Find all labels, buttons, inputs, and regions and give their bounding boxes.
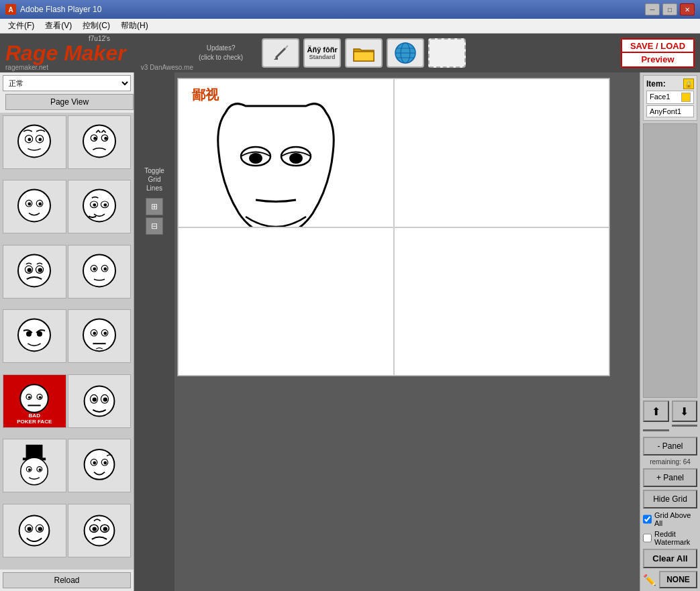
pencil-icon [270,43,291,63]
face-cell-6[interactable] [68,245,132,299]
item-preview [643,123,697,398]
updates-sub: (click to check) [199,53,243,62]
comic-panel-4[interactable] [394,227,610,376]
preview-button[interactable]: Preview [621,53,695,68]
item-face-color [681,93,691,102]
face-cell-4[interactable] [68,180,132,233]
reddit-watermark-checkbox[interactable] [643,533,652,543]
app-icon: A [5,4,16,15]
right-panel: Item: 🔒 Face1 AnyFont1 ⬆ ⬇ - Panel remai… [640,72,700,591]
face-cell-5[interactable] [3,245,66,299]
plus-panel-button[interactable]: + Panel [643,468,697,487]
reddit-watermark-label: Reddit Watermark [654,530,697,546]
face-svg-tophat [13,442,56,489]
title-text: Adobe Flash Player 10 [20,5,645,14]
face-cell-2[interactable] [68,115,132,169]
move-bottom-icon [672,425,698,431]
clear-all-button[interactable]: Clear All [643,549,697,568]
svg-point-63 [28,468,31,471]
toggle-grid-button-1[interactable]: ⊞ [146,198,163,215]
svg-point-32 [38,268,42,272]
grid-above-all-checkbox[interactable] [643,515,652,524]
face-cell-14[interactable] [68,504,132,557]
svg-point-28 [18,254,50,286]
close-button[interactable]: ✕ [680,3,695,15]
face-svg-5 [13,248,56,295]
svg-point-27 [103,204,107,207]
face-svg-14 [78,507,121,554]
menu-file[interactable]: 文件(F) [3,19,40,33]
item-row-face[interactable]: Face1 [646,91,694,104]
face-cell-12[interactable] [68,439,132,492]
svg-point-13 [83,125,115,157]
bad-poker-label: BADPOKER FACE [3,413,66,425]
comic-panel-3[interactable] [178,227,394,376]
minus-panel-button[interactable]: - Panel [643,437,697,455]
sidebar-dropdown[interactable]: 正常 [3,75,131,91]
move-down-button[interactable]: ⬇ [672,400,698,422]
font-tool-button[interactable]: Äñÿ fôñr Standard [303,38,341,68]
page-view-button[interactable]: Page View [5,94,134,110]
hide-grid-button[interactable]: Hide Grid [643,490,697,508]
menu-help[interactable]: 帮助(H) [115,19,154,33]
save-load-area: SAVE / LOAD Preview [621,38,695,68]
svg-point-26 [93,204,96,207]
toggle-grid-button-2[interactable]: ⊟ [146,217,163,235]
svg-point-40 [37,331,42,337]
none-button[interactable]: NONE [659,571,697,588]
face-cell-7[interactable] [3,309,66,363]
maximize-button[interactable]: □ [662,3,677,15]
pencil-tool-button[interactable] [262,38,299,68]
face-cell-3[interactable] [3,180,66,233]
svg-point-45 [103,332,107,335]
item-row-font[interactable]: AnyFont1 [646,105,694,117]
svg-point-51 [39,396,42,398]
svg-point-47 [20,384,48,413]
titlebar: A Adobe Flash Player 10 ─ □ ✕ [0,0,700,19]
move-up-button[interactable]: ⬆ [643,400,669,422]
face-svg-6 [78,248,121,295]
item-face-label: Face1 [650,93,670,102]
folder-tool-button[interactable] [345,38,383,68]
svg-point-73 [28,527,32,531]
reload-button[interactable]: Reload [3,572,131,588]
logo-site: ragemaker.net [5,64,48,71]
face-cell-10[interactable] [68,374,132,428]
svg-point-36 [93,267,96,270]
comic-panel-2[interactable] [394,78,610,227]
canvas-area: 鄙视 [174,72,640,591]
face-cell-8[interactable] [68,309,132,363]
face-cell-1[interactable] [3,115,66,169]
svg-rect-59 [26,445,43,458]
svg-point-64 [39,468,42,471]
svg-point-11 [28,138,32,142]
face-grid: BADPOKER FACE [0,113,134,570]
svg-point-56 [92,397,96,401]
svg-point-68 [93,462,96,465]
svg-point-41 [83,319,115,352]
logo-rage: Rage [5,41,64,65]
face-svg-2 [78,119,121,166]
minimize-button[interactable]: ─ [645,3,660,15]
item-header: Item: 🔒 [646,78,694,89]
svg-point-81 [249,153,262,164]
svg-line-0 [276,48,285,58]
svg-point-39 [26,331,32,337]
selection-tool-button[interactable] [428,38,466,68]
face-cell-13[interactable] [3,504,66,557]
svg-point-16 [93,137,97,140]
item-lock-icon[interactable]: 🔒 [683,78,694,89]
globe-tool-button[interactable] [387,38,424,68]
comic-panel-1[interactable]: 鄙视 [178,78,394,227]
face-svg-1 [13,119,56,166]
menu-control[interactable]: 控制(C) [77,19,115,33]
order-extremes [643,425,697,431]
face-cell-tophat[interactable] [3,439,66,492]
menu-view[interactable]: 查看(V) [40,19,77,33]
updates-area[interactable]: Updates? (click to check) [199,44,243,62]
svg-point-8 [18,125,50,157]
face-cell-bad-poker[interactable]: BADPOKER FACE [3,374,66,428]
font-btn-label: Äñÿ fôñr [307,46,338,54]
save-load-button[interactable]: SAVE / LOAD [621,38,695,53]
bottom-pencil-icon: ✏️ [643,574,656,586]
